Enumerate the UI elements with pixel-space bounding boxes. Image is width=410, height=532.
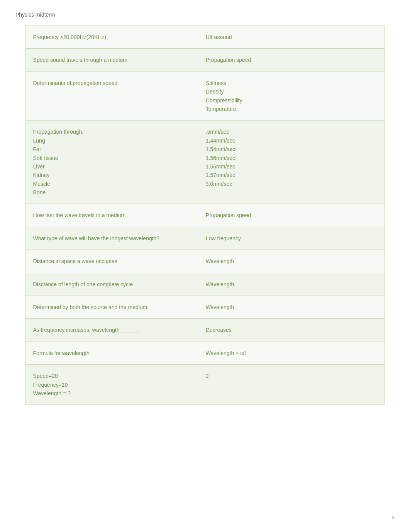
answer-cell: Propagation speed — [198, 49, 385, 71]
table-row: Disctance of length of one complete cycl… — [25, 273, 385, 296]
answer-cell: Decreases — [198, 319, 385, 342]
question-cell: Speed sound travels through a medium — [25, 49, 198, 71]
table-row: What type of wave will have the longest … — [25, 227, 385, 250]
question-cell: Disctance of length of one complete cycl… — [25, 273, 198, 296]
question-cell: Speed=20Frequency=10Wavelength = ? — [25, 365, 198, 405]
answer-cell: 2 — [198, 365, 385, 405]
question-cell: What type of wave will have the longest … — [25, 227, 198, 250]
flashcard-table: Frequency >20,000Hz(20KHz)UltrasoundSpee… — [25, 25, 385, 405]
table-row: How fast the wave travels in a mediumPro… — [25, 204, 385, 227]
question-cell: How fast the wave travels in a medium — [25, 204, 198, 227]
answer-cell: Ultrasound — [198, 26, 385, 49]
answer-cell: Low frequency — [198, 227, 385, 250]
table-row: Distance in space a wave occupiesWavelen… — [25, 250, 385, 273]
question-cell: Distance in space a wave occupies — [25, 250, 198, 273]
answer-cell: Propagation speed — [198, 204, 385, 227]
answer-cell: Wavelength — [198, 273, 385, 296]
page-number: 3 — [392, 515, 395, 520]
page-title: Physics midterm — [15, 12, 395, 18]
question-cell: Frequency >20,000Hz(20KHz) — [25, 26, 198, 49]
table-row: Speed=20Frequency=10Wavelength = ?2 — [25, 365, 385, 405]
table-row: Frequency >20,000Hz(20KHz)Ultrasound — [25, 26, 385, 49]
answer-cell: Wavelength — [198, 250, 385, 273]
table-row: Determinants of propagation speedStiffne… — [25, 71, 385, 121]
question-cell: Propagation through:LungFatSoft tissueLi… — [25, 121, 198, 204]
table-row: Propagation through:LungFatSoft tissueLi… — [25, 121, 385, 204]
question-cell: As frequency increases, wavelength _____… — [25, 319, 198, 342]
question-cell: Formula for wavelength — [25, 342, 198, 364]
question-cell: Determinants of propagation speed — [25, 71, 198, 121]
answer-cell: .5mm/sec1.44mm/sec1.54mm/sec1.56mm/sec1.… — [198, 121, 385, 204]
table-row: As frequency increases, wavelength _____… — [25, 319, 385, 342]
table-row: Formula for wavelengthWavelength = c/f — [25, 342, 385, 364]
answer-cell: Wavelength — [198, 296, 385, 319]
table-row: Speed sound travels through a mediumProp… — [25, 49, 385, 71]
table-row: Determined by both the source and the me… — [25, 296, 385, 319]
question-cell: Determined by both the source and the me… — [25, 296, 198, 319]
answer-cell: Wavelength = c/f — [198, 342, 385, 364]
answer-cell: StiffnessDensityCompressibilityTemperatu… — [198, 71, 385, 121]
